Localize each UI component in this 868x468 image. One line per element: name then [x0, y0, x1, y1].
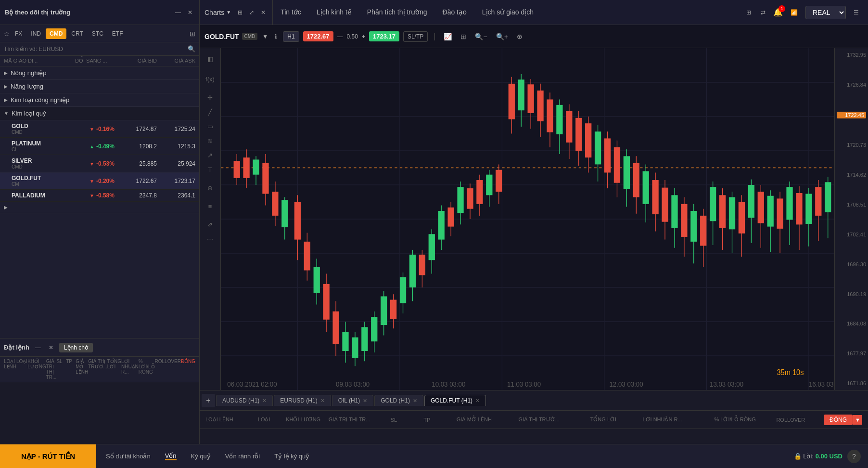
favorites-star[interactable]: ☆ — [4, 30, 10, 38]
svg-rect-76 — [518, 79, 524, 110]
stat-von[interactable]: Vốn — [165, 452, 177, 460]
col-dong: ĐÓNG — [181, 359, 195, 380]
category-nong-nghiep[interactable]: ▶ Nông nghiệp — [0, 66, 199, 80]
close-eurusd-tab[interactable]: ✕ — [320, 398, 325, 404]
account-type-select[interactable]: REAL DEMO — [805, 6, 846, 19]
symbol-dropdown-btn[interactable]: ▼ — [260, 32, 270, 41]
more-tools-btn[interactable]: ⊕ — [514, 31, 525, 42]
share-btn[interactable]: ⇗ — [203, 218, 218, 231]
timeframe-btn[interactable]: H1 — [283, 31, 299, 42]
category-nang-luong[interactable]: ▶ Năng lượng — [0, 80, 199, 93]
deposit-withdraw-btn[interactable]: NẠP - RÚT TIỀN — [0, 444, 96, 468]
category-label: Năng lượng — [11, 83, 43, 90]
close-charts-btn[interactable]: ✕ — [259, 8, 268, 17]
price-1: 1732.95 — [837, 52, 866, 58]
nav-lich-su[interactable]: Lịch sử giao dịch — [474, 0, 541, 25]
close-audusd-tab[interactable]: ✕ — [262, 398, 267, 404]
magnet-tool[interactable]: ⊕ — [203, 181, 218, 195]
arrow-tool[interactable]: ↗ — [203, 148, 218, 162]
tab-ind[interactable]: IND — [27, 28, 45, 39]
zoom-out-btn[interactable]: 🔍− — [472, 31, 489, 42]
close-oil-tab[interactable]: ✕ — [363, 398, 367, 404]
down-arrow-icon: ▼ — [89, 179, 94, 184]
notification-btn[interactable]: 🔔 1 — [773, 8, 783, 17]
tab-etf[interactable]: ETF — [108, 28, 127, 39]
trend-line-tool[interactable]: ╱ — [203, 105, 218, 118]
search-icon[interactable]: 🔍 — [188, 45, 195, 52]
instr-ask: 1725.24 — [157, 126, 195, 132]
stat-von-ranh-roi[interactable]: Vốn rành rỗi — [225, 453, 260, 460]
close-gold-tab[interactable]: ✕ — [413, 398, 417, 404]
fx-formula-btn[interactable]: f(x) — [203, 72, 218, 86]
expand-arrow: ▶ — [4, 97, 8, 103]
category-kim-loai-quy[interactable]: ▼ Kim loại quý — [0, 107, 199, 120]
order-panel: Đặt lệnh — ✕ Lệnh chờ LOẠI LỆNH LOẠI KHỐ… — [0, 338, 199, 444]
charts-icons: ⊞ ⤢ ✕ — [236, 8, 268, 17]
split-screen-btn[interactable]: ⊞ — [236, 8, 244, 17]
nav-tin-tuc[interactable]: Tin tức — [273, 0, 309, 25]
text-tool[interactable]: T — [203, 163, 218, 176]
tab-stc[interactable]: STC — [88, 28, 107, 39]
tab-crt[interactable]: CRT — [67, 28, 87, 39]
instrument-palladium[interactable]: PALLADIUM ▼-0.58% 2347.8 2364.1 — [0, 190, 199, 202]
svg-rect-48 — [381, 296, 387, 325]
close-watchlist-btn[interactable]: ✕ — [186, 8, 194, 17]
rectangle-tool[interactable]: ▭ — [203, 119, 218, 133]
instrument-gold-fut[interactable]: GOLD.FUT CM ▼-0.20% 1722.67 1723.17 — [0, 172, 199, 190]
close-all-btn[interactable]: ĐÓNG — [824, 415, 853, 425]
minimize-order-btn[interactable]: — — [33, 343, 43, 352]
line-chart-btn[interactable]: 📈 — [441, 31, 454, 42]
category-kim-loai-cong-nghiep[interactable]: ▶ Kim loại công nghiệp — [0, 93, 199, 107]
nav-lich-kinh-te[interactable]: Lịch kinh tế — [309, 0, 359, 25]
tab-cmd[interactable]: CMD — [46, 28, 66, 39]
connect-icon[interactable]: ⇄ — [759, 8, 767, 17]
sl-tp-btn[interactable]: SL/TP — [403, 31, 428, 42]
tab-fx[interactable]: FX — [11, 28, 26, 39]
tab-oil[interactable]: OIL (H1) ✕ — [332, 395, 374, 406]
svg-rect-136 — [805, 194, 812, 223]
bottom-stats: Số dư tài khoản Vốn Ký quỹ Vốn rành rỗi … — [96, 452, 787, 460]
symbol-info-btn[interactable]: ℹ — [273, 32, 279, 41]
tab-eurusd[interactable]: EURUSD (H1) ✕ — [274, 395, 331, 406]
crosshair-tool[interactable]: ✛ — [203, 91, 218, 104]
charts-tab[interactable]: Charts ▼ ⊞ ⤢ ✕ — [200, 0, 273, 25]
svg-rect-40 — [342, 332, 348, 351]
extra-tool[interactable]: ⋯ — [203, 232, 218, 246]
stat-ty-le[interactable]: Tỷ lệ ký quỹ — [274, 453, 309, 460]
nav-dao-tao[interactable]: Đào tạo — [435, 0, 474, 25]
minimize-panel-btn[interactable]: ◧ — [203, 52, 218, 65]
tab-audusd[interactable]: AUDUSD (H1) ✕ — [216, 395, 273, 406]
grid-view-icon[interactable]: ⊞ — [190, 30, 195, 38]
stat-ky-quy[interactable]: Ký quỹ — [191, 453, 211, 460]
help-btn[interactable]: ? — [847, 450, 861, 463]
category-khac[interactable]: ▶ — [0, 202, 199, 213]
hamburger-menu[interactable]: ☰ — [852, 8, 861, 17]
minimize-btn[interactable]: — — [173, 8, 183, 17]
add-chart-tab-btn[interactable]: + — [202, 394, 215, 407]
nav-phan-tich[interactable]: Phân tích thị trường — [359, 0, 435, 25]
tab-gold-fut[interactable]: GOLD.FUT (H1) ✕ — [424, 395, 486, 406]
price-3: 1720.73 — [837, 142, 866, 148]
price-11: 1671.86 — [837, 380, 866, 386]
fibonacci-tool[interactable]: ≋ — [203, 134, 218, 147]
instrument-silver[interactable]: SILVER CMD ▼-0.53% 25.885 25.924 — [0, 155, 199, 172]
pending-orders-btn[interactable]: Lệnh chờ — [59, 343, 93, 352]
signal-icon[interactable]: 📶 — [789, 8, 800, 17]
zoom-in-btn[interactable]: 🔍+ — [494, 31, 511, 42]
indicators-btn[interactable]: ⊞ — [458, 31, 469, 42]
stat-so-du[interactable]: Số dư tài khoản — [106, 453, 151, 460]
tab-gold-label: GOLD (H1) — [381, 397, 410, 404]
main-content: ☆ FX IND CMD CRT STC ETF ⊞ 🔍 MÃ GIAO DI.… — [0, 25, 868, 444]
close-order-btn[interactable]: ✕ — [47, 343, 55, 352]
layout-icon[interactable]: ⊞ — [744, 8, 753, 17]
close-gold-fut-tab[interactable]: ✕ — [475, 398, 480, 404]
tab-gold[interactable]: GOLD (H1) ✕ — [374, 395, 423, 406]
order-gia-mo: GIÁ MỞ LỆNH — [457, 416, 515, 423]
instrument-platinum[interactable]: PLATINUM Cl ▲-0.49% 1208.2 1215.3 — [0, 138, 199, 155]
close-dropdown-btn[interactable]: ▼ — [853, 415, 862, 425]
expand-btn[interactable]: ⤢ — [247, 8, 256, 17]
instrument-gold[interactable]: GOLD CMD ▼-0.16% 1724.87 1725.24 — [0, 120, 199, 138]
candlestick-chart: 06.03.2021 02:00 09.03 03:00 10.03 03:00… — [221, 48, 834, 390]
layers-btn[interactable]: ≡ — [203, 199, 218, 213]
search-input[interactable] — [4, 46, 185, 52]
